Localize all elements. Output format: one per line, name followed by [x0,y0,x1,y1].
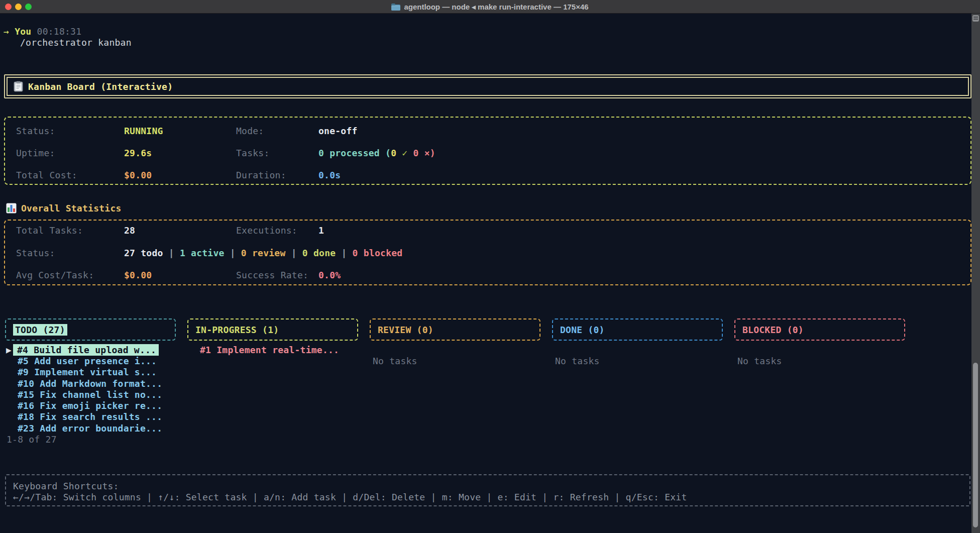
window-title: agentloop — node ◂ make run-interactive … [404,3,588,12]
separator: | [286,248,302,258]
avg-cost-value: $0.00 [124,270,152,281]
duration-label: Duration: [236,170,286,181]
stats-panel: Total Tasks: 28 Executions: 1 Status: 27… [4,220,971,285]
column-title-review: REVIEW (0) [378,325,433,335]
separator: | [163,248,180,258]
done-count: 0 done [302,248,336,258]
cross-icon: ×) [424,148,435,158]
executions-label: Executions: [236,225,297,236]
task-row[interactable]: #16 Fix emoji picker re... [18,400,162,411]
review-count: 0 review [241,248,286,258]
check-icon: ✓ [402,148,413,158]
done-empty-label: No tasks [555,356,600,367]
status-value: RUNNING [124,126,163,137]
task-row-selected[interactable]: #4 Build file upload w... [13,344,159,356]
task-row[interactable]: #5 Add user presence i... [18,356,157,367]
tasks-ok-count: 0 [391,148,402,158]
todo-pagination: 1-8 of 27 [7,434,57,445]
status-breakdown-label: Status: [16,248,55,259]
mode-value: one-off [318,126,358,137]
column-title-blocked: BLOCKED (0) [742,325,804,335]
scrollbar-track[interactable] [971,14,980,533]
window-titlebar: agentloop — node ◂ make run-interactive … [0,0,980,14]
active-count: 1 active [180,248,225,258]
task-row[interactable]: #1 Implement real-time... [200,345,339,356]
success-rate-label: Success Rate: [236,270,308,281]
avg-cost-label: Avg Cost/Task: [16,270,94,281]
task-row[interactable]: #15 Fix channel list no... [18,389,162,400]
review-empty-label: No tasks [373,356,417,367]
scrollbar-list-icon[interactable] [972,15,979,22]
total-tasks-value: 28 [124,225,135,236]
tasks-value: 0 processed (0 ✓ 0 ×) [318,148,435,159]
clipboard-icon [14,81,23,92]
todo-count: 27 todo [124,248,163,258]
status-panel: Status: RUNNING Mode: one-off Uptime: 29… [4,117,971,185]
task-row[interactable]: #9 Implement virtual s... [18,367,157,378]
uptime-value: 29.6s [124,148,152,159]
board-title: Kanban Board (Interactive) [28,81,173,92]
status-breakdown-value: 27 todo | 1 active | 0 review | 0 done |… [124,248,402,259]
stats-heading: Overall Statistics [6,202,122,214]
window-title-group: agentloop — node ◂ make run-interactive … [0,0,980,14]
blocked-count: 0 blocked [353,248,403,258]
duration-value: 0.0s [318,170,341,181]
total-tasks-label: Total Tasks: [16,225,83,236]
bar-chart-icon [6,203,17,214]
status-label: Status: [16,126,55,137]
task-row[interactable]: #23 Add error boundarie... [18,423,162,434]
board-header-box: Kanban Board (Interactive) [4,74,971,98]
tasks-fail-count: 0 [413,148,424,158]
shortcuts-heading: Keyboard Shortcuts: [13,481,119,492]
separator: | [336,248,352,258]
tasks-processed: 0 processed ( [318,148,391,158]
column-header-todo[interactable]: TODO (27) [5,318,176,341]
terminal-window: agentloop — node ◂ make run-interactive … [0,0,980,533]
tasks-label: Tasks: [236,148,270,159]
total-cost-label: Total Cost: [16,170,77,181]
uptime-label: Uptime: [16,148,55,159]
scrollbar-thumb[interactable] [973,363,978,527]
column-title-done: DONE (0) [560,325,605,335]
folder-proxy-icon [391,4,400,11]
column-header-review[interactable]: REVIEW (0) [370,318,540,341]
prompt-user: You [15,26,31,37]
task-row[interactable]: #10 Add Markdown format... [18,378,162,389]
column-header-blocked[interactable]: BLOCKED (0) [734,318,905,341]
mode-label: Mode: [236,126,264,137]
shortcuts-panel: Keyboard Shortcuts: ←/→/Tab: Switch colu… [5,474,970,506]
separator: | [225,248,241,258]
stats-heading-text: Overall Statistics [21,203,122,214]
command-text: /orchestrator kanban [20,37,132,48]
shortcuts-list: ←/→/Tab: Switch columns | ↑/↓: Select ta… [13,492,687,503]
column-header-in-progress[interactable]: IN-PROGRESS (1) [187,318,358,341]
task-row[interactable]: #18 Fix search results ... [18,411,162,422]
prompt-arrow-icon: → [4,26,15,37]
prompt-timestamp: 00:18:31 [31,26,81,37]
selected-task-marker-icon: ▶ [6,345,12,356]
column-title-in-progress: IN-PROGRESS (1) [195,325,279,335]
total-cost-value: $0.00 [124,170,152,181]
prompt-line: → You 00:18:31 [4,26,81,37]
success-rate-value: 0.0% [318,270,341,281]
column-header-done[interactable]: DONE (0) [552,318,723,341]
blocked-empty-label: No tasks [737,356,782,367]
executions-value: 1 [318,225,324,236]
column-title-todo: TODO (27) [13,324,67,336]
